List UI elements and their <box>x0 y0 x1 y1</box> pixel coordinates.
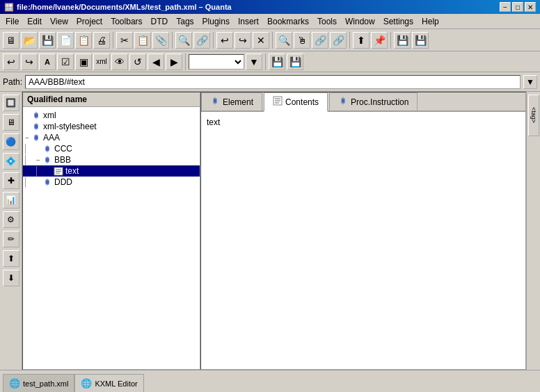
sidebar-btn-8[interactable]: ✏ <box>3 231 19 247</box>
maximize-button[interactable]: □ <box>512 2 523 12</box>
sidebar-btn-4[interactable]: 💠 <box>3 153 19 170</box>
titlebar: 🪟 file:/home/lvanek/Documents/XMLs/test_… <box>0 0 540 14</box>
tb2-spell-button[interactable]: A <box>39 54 56 70</box>
bottom-tab-kxml-editor[interactable]: 🌐KXML Editor <box>74 374 143 392</box>
text-icon-text <box>54 167 63 176</box>
minimize-button[interactable]: − <box>500 2 511 12</box>
menu-item-edit[interactable]: Edit <box>23 15 46 28</box>
tb-zoom-button[interactable]: 🔍 <box>276 32 292 49</box>
gear-icon-xml-stylesheet <box>31 122 41 131</box>
tb-find-button[interactable]: 🔍 <box>175 32 192 49</box>
tb-undo-button[interactable]: ↩ <box>216 32 233 49</box>
bottom-tabs: 🌐test_path.xml🌐KXML Editor <box>0 370 540 392</box>
tree-item-AAA[interactable]: −AAA <box>23 132 200 143</box>
sidebar-btn-1[interactable]: 🔲 <box>3 95 19 111</box>
sidebar-btn-10[interactable]: ⬇ <box>3 270 19 286</box>
sidebar-btn-7[interactable]: ⚙ <box>3 211 19 228</box>
encoding-select[interactable] <box>189 54 244 70</box>
proc-instruction-tab-label: Proc.Instruction <box>351 97 408 107</box>
tree-toggle-BBB[interactable]: − <box>34 156 42 164</box>
menu-item-file[interactable]: File <box>1 15 23 28</box>
tb-redo-button[interactable]: ↪ <box>235 32 251 49</box>
tb2-check-button[interactable]: ☑ <box>57 54 74 70</box>
tab-proc-instruction[interactable]: Proc.Instruction <box>329 92 418 111</box>
tb2-save-button[interactable]: 💾 <box>269 54 285 70</box>
tb2-redo-button[interactable]: ↪ <box>21 54 38 70</box>
tb2-back-button[interactable]: ◀ <box>148 54 164 70</box>
element-tab-icon <box>210 96 220 108</box>
tb2-eye-button[interactable]: 👁 <box>111 54 128 70</box>
tab-content: text <box>201 112 525 369</box>
tb-link3-button[interactable]: 🔗 <box>330 32 347 49</box>
menu-item-tools[interactable]: Tools <box>313 15 341 28</box>
menu-item-insert[interactable]: Insert <box>234 15 263 28</box>
menu-item-toolbars[interactable]: Toolbars <box>106 15 146 28</box>
tree-label-text: text <box>65 166 79 176</box>
tb2-separator1 <box>185 54 186 70</box>
tab-element[interactable]: Element <box>201 92 262 111</box>
far-right-panel: <tag> <box>526 92 540 370</box>
tb-save2-button[interactable]: 📄 <box>57 32 74 49</box>
sidebar-btn-2[interactable]: 🖥 <box>3 114 19 131</box>
window-title: file:/home/lvanek/Documents/XMLs/test_pa… <box>17 3 232 11</box>
tb-up-button[interactable]: ⬆ <box>353 32 370 49</box>
far-right-tag-button[interactable]: <tag> <box>528 95 539 136</box>
menu-item-settings[interactable]: Settings <box>379 15 418 28</box>
sidebar-btn-3[interactable]: 🔵 <box>3 133 19 150</box>
toolbar2: ↩ ↪ A ☑ ▣ xml 👁 ↺ ◀ ▶ ▼ 💾 💾 <box>0 51 540 72</box>
tree-toggle-AAA[interactable]: − <box>23 134 31 142</box>
menu-item-bookmarks[interactable]: Bookmarks <box>263 15 313 28</box>
menubar: FileEditViewProjectToolbarsDTDTagsPlugin… <box>0 14 540 29</box>
menu-item-plugins[interactable]: Plugins <box>198 15 234 28</box>
close-button[interactable]: ✕ <box>525 2 536 12</box>
tree-item-xml-stylesheet[interactable]: xml-stylesheet <box>23 121 200 132</box>
tree-label-xml-stylesheet: xml-stylesheet <box>43 122 97 131</box>
menu-item-help[interactable]: Help <box>418 15 443 28</box>
tb-new-button[interactable]: 🖥 <box>3 32 19 49</box>
contents-tab-label: Contents <box>285 97 319 107</box>
tb2-save2-button[interactable]: 💾 <box>287 54 303 70</box>
menu-item-window[interactable]: Window <box>341 15 379 28</box>
sidebar-btn-5[interactable]: ✚ <box>3 172 19 189</box>
tb-delete-button[interactable]: ✕ <box>253 32 269 49</box>
tb-copy-button[interactable]: 📋 <box>134 32 151 49</box>
tree-item-DDD[interactable]: │ DDD <box>23 177 200 188</box>
toolbar1: 🖥 📂 💾 📄 📋 🖨 ✂ 📋 📎 🔍 🔗 ↩ ↪ ✕ 🔍 🖱 🔗 🔗 ⬆ 📌 … <box>0 29 540 51</box>
tb-save4-button[interactable]: 💾 <box>394 32 411 49</box>
content-area: 🔲 🖥 🔵 💠 ✚ 📊 ⚙ ✏ ⬆ ⬇ Qualified name xml x… <box>0 92 540 392</box>
tb-save5-button[interactable]: 💾 <box>412 32 429 49</box>
path-dropdown-button[interactable]: ▼ <box>523 75 537 89</box>
test-path-bottom-tab-icon: 🌐 <box>9 378 20 389</box>
tb-save-button[interactable]: 💾 <box>39 32 56 49</box>
menu-item-dtd[interactable]: DTD <box>147 15 173 28</box>
tb2-undo-button[interactable]: ↩ <box>3 54 19 70</box>
tree-item-text[interactable]: │ text <box>23 165 200 177</box>
sidebar-btn-9[interactable]: ⬆ <box>3 250 19 267</box>
tab-contents[interactable]: Contents <box>264 92 328 112</box>
tb-link-button[interactable]: 🔗 <box>193 32 210 49</box>
tree-item-xml[interactable]: xml <box>23 110 200 121</box>
tree-label-BBB: BBB <box>54 155 71 165</box>
tb-save3-button[interactable]: 📋 <box>75 32 92 49</box>
tree-item-BBB[interactable]: │−BBB <box>23 154 200 165</box>
tb-paste-button[interactable]: 📎 <box>152 32 169 49</box>
path-input[interactable] <box>25 75 521 89</box>
menu-item-view[interactable]: View <box>46 15 72 28</box>
tb2-refresh-button[interactable]: ↺ <box>129 54 146 70</box>
tree-item-CCC[interactable]: │ CCC <box>23 143 200 154</box>
tb-bookmark-button[interactable]: 📌 <box>371 32 388 49</box>
tb-link2-button[interactable]: 🔗 <box>312 32 328 49</box>
menu-item-project[interactable]: Project <box>72 15 106 28</box>
tb-open-button[interactable]: 📂 <box>21 32 38 49</box>
tb2-forward-button[interactable]: ▶ <box>166 54 182 70</box>
tb-cursor-button[interactable]: 🖱 <box>294 32 310 49</box>
menu-item-tags[interactable]: Tags <box>172 15 198 28</box>
tb2-xml-button[interactable]: xml <box>93 54 110 70</box>
tb2-grid-button[interactable]: ▣ <box>75 54 92 70</box>
tb-print-button[interactable]: 🖨 <box>93 32 110 49</box>
bottom-tab-test-path[interactable]: 🌐test_path.xml <box>3 374 74 392</box>
sidebar-btn-6[interactable]: 📊 <box>3 192 19 209</box>
tb2-dropdown-button[interactable]: ▼ <box>246 54 262 70</box>
tb-cut-button[interactable]: ✂ <box>116 32 133 49</box>
tree-indent-text: │ <box>34 166 45 176</box>
